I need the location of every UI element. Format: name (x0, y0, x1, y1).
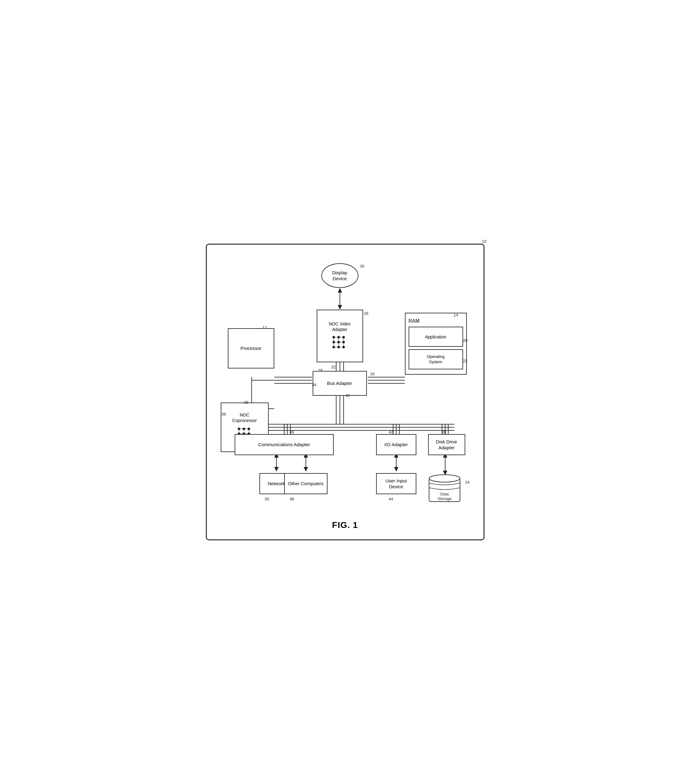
svg-point-88 (429, 475, 460, 482)
data-storage: Data Storage (426, 472, 463, 506)
svg-text:Storage: Storage (437, 496, 452, 501)
data-storage-svg: Data Storage (426, 472, 463, 506)
ref-50: 50 (265, 497, 269, 501)
display-device: DisplayDevice (321, 263, 359, 288)
ref-36: 36 (222, 412, 226, 417)
svg-point-64 (338, 346, 340, 348)
ref-42: 42 (389, 430, 393, 435)
noc-grid-lines (331, 335, 347, 351)
svg-point-79 (243, 428, 245, 430)
disk-drive-adapter: Disk DriveAdapter (428, 434, 465, 455)
svg-point-57 (333, 336, 335, 338)
ref-12: 12 (262, 325, 267, 330)
svg-marker-34 (274, 467, 278, 471)
svg-marker-40 (394, 467, 399, 471)
ref-38: 38 (442, 430, 446, 435)
ref-24: 24 (465, 480, 469, 484)
ram: RAM Application OperatingSystem (405, 313, 467, 375)
svg-point-58 (338, 336, 340, 338)
processor: Processor (228, 328, 274, 369)
ref-46: 46 (290, 430, 294, 435)
diagram-area: DisplayDevice 30 NOC VideoAdapter (219, 257, 471, 511)
svg-marker-32 (338, 305, 342, 310)
ref-48: 48 (290, 497, 294, 501)
io-adapter: I/O Adapter (376, 434, 417, 455)
svg-point-80 (248, 428, 250, 430)
communications-adapter: Communications Adapter (235, 434, 334, 455)
svg-point-65 (343, 346, 345, 348)
ref-16: 16 (370, 372, 375, 376)
svg-marker-31 (338, 288, 342, 293)
ref-32: 32 (331, 365, 336, 369)
ref-10: 10 (482, 239, 486, 244)
user-input-device: User InputDevice (376, 473, 417, 494)
other-computers: Other Computers (284, 473, 328, 494)
svg-point-60 (333, 341, 335, 343)
svg-point-78 (238, 428, 240, 430)
noc-video-adapter: NOC VideoAdapter (317, 310, 363, 362)
operating-system-box: OperatingSystem (408, 349, 463, 369)
svg-point-63 (333, 346, 335, 348)
ref-28: 28 (244, 400, 248, 405)
ref-30: 30 (360, 264, 364, 268)
svg-point-59 (343, 336, 345, 338)
page-container: 10 (206, 244, 484, 540)
svg-point-62 (343, 341, 345, 343)
application-box: Application (408, 327, 463, 347)
diagram-border: 10 (206, 244, 484, 540)
ref-34: 34 (312, 382, 316, 387)
svg-marker-37 (304, 467, 308, 471)
ref-14: 14 (454, 313, 458, 317)
ref-20: 20 (463, 338, 468, 343)
ref-22: 22 (463, 359, 468, 363)
ref-40: 40 (346, 393, 350, 398)
bus-adapter: Bus Adapter (313, 371, 367, 396)
svg-text:Data: Data (440, 492, 449, 496)
ref-44: 44 (389, 497, 393, 501)
svg-point-61 (338, 341, 340, 343)
ref-26: 26 (364, 311, 368, 316)
figure-label: FIG. 1 (219, 520, 471, 530)
ref-18: 18 (318, 368, 323, 372)
